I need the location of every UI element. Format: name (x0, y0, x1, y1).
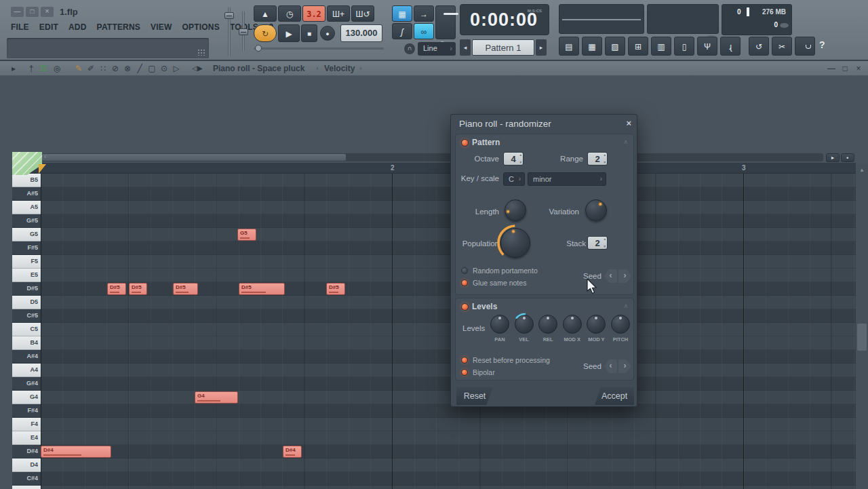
horizontal-scrollbar-thumb[interactable] (42, 154, 346, 161)
delete-tool-button[interactable]: ⊘ (110, 63, 121, 74)
pr-close-button[interactable]: × (853, 63, 864, 74)
levels-collapse-icon[interactable]: ∧ (623, 302, 628, 309)
stamp-button[interactable]: ◎ (52, 63, 62, 74)
knob-mod-x[interactable] (563, 315, 582, 334)
app-minimize-button[interactable]: — (11, 7, 24, 17)
piano-key-C#4[interactable]: C#4 (12, 472, 41, 486)
undo-button[interactable]: ↺ (749, 37, 769, 56)
glue-same-notes-label[interactable]: Glue same notes (473, 279, 526, 287)
pitch-slider-thumb[interactable] (239, 28, 248, 35)
knob-pitch[interactable] (611, 315, 630, 334)
app-maximize-button[interactable]: □ (26, 7, 39, 17)
note-D#4[interactable]: D#4 (283, 446, 302, 458)
levels-seed-prev-button[interactable]: ‹ (604, 359, 617, 373)
levels-section-led[interactable] (461, 303, 469, 311)
time-display[interactable]: 0:00:00 M:S:CS (460, 4, 549, 35)
pr-maximize-button[interactable]: □ (840, 63, 850, 74)
pattern-section-led[interactable] (461, 139, 469, 146)
master-volume-slider[interactable] (228, 7, 231, 57)
pattern-collapse-icon[interactable]: ∧ (623, 138, 628, 145)
reset-button[interactable]: Reset (456, 387, 493, 405)
piano-key-C#5[interactable]: C#5 (12, 309, 41, 323)
pattern-song-toggle[interactable]: ↻ (254, 24, 277, 42)
keyboard-strip[interactable] (254, 47, 384, 50)
typing-keyboard-button[interactable] (435, 5, 456, 39)
accept-button[interactable]: Accept (595, 387, 634, 405)
pattern-prev-button[interactable]: ◂ (460, 39, 471, 56)
piano-key-G#4[interactable]: G#4 (12, 377, 41, 391)
note-D#5[interactable]: D#5 (173, 283, 198, 295)
length-knob[interactable] (505, 199, 526, 221)
note-G5[interactable]: G5 (237, 229, 256, 241)
tempo-display[interactable]: 130.000 (340, 24, 382, 42)
piano-key-G5[interactable]: G5 (12, 228, 41, 241)
channel-rack-button[interactable]: ▦ (582, 37, 602, 56)
note-grid[interactable]: G5D#5D#5D#5D#5D#5G4D#4D#4 (41, 174, 856, 489)
help-button[interactable]: ? (819, 39, 825, 50)
piano-key-G4[interactable]: G4 (12, 391, 41, 404)
slide-notes-toggle[interactable]: ʃ (392, 23, 412, 39)
menu-add[interactable]: ADD (68, 22, 87, 32)
piano-key-D5[interactable]: D5 (12, 296, 41, 309)
piano-key-A#4[interactable]: A#4 (12, 350, 41, 364)
pattern-seed-prev-button[interactable]: ‹ (604, 269, 617, 283)
select-tool-button[interactable]: ▢ (146, 63, 157, 74)
keyboard-strip-handle[interactable] (255, 45, 262, 52)
piano-key-B5[interactable]: B5 (12, 174, 41, 187)
playlist-panel-button[interactable]: ▤ (559, 37, 579, 56)
scroll-up-button[interactable]: ▴ (856, 164, 868, 175)
bipolar-label[interactable]: Bipolar (473, 368, 495, 376)
reset-before-led[interactable] (461, 357, 468, 364)
note-D#4[interactable]: D#4 (41, 446, 111, 458)
note-D#5[interactable]: D#5 (107, 283, 126, 295)
step-edit-toggle[interactable]: ▦ (392, 5, 412, 22)
piano-key-D4[interactable]: D4 (12, 458, 41, 472)
piano-key-G#5[interactable]: G#5 (12, 214, 41, 228)
typing-to-piano-button[interactable]: → (414, 5, 434, 22)
stack-spinner[interactable]: 2 (587, 236, 608, 250)
mute-tool-button[interactable]: ⊗ (122, 63, 133, 74)
volume-slider-thumb[interactable] (224, 12, 234, 19)
random-portamento-label[interactable]: Random portamento (473, 267, 538, 275)
loop-recording-button[interactable]: Ш↺ (351, 5, 374, 22)
knob-rel[interactable] (538, 315, 557, 334)
dialog-close-button[interactable]: × (626, 118, 631, 128)
bipolar-led[interactable] (461, 369, 468, 376)
vertical-scrollbar-thumb[interactable] (857, 324, 867, 351)
paint-tool-button[interactable]: ✐ (85, 63, 96, 74)
blend-recording-button[interactable]: Ш+ (327, 5, 350, 22)
mixer-panel-button[interactable]: ▥ (651, 37, 671, 56)
piano-roll-menu-button[interactable]: ▸ (8, 63, 19, 74)
touch-controller-button[interactable]: ɻ (720, 37, 741, 56)
piano-key-D#4[interactable]: D#4 (12, 445, 41, 458)
key-dropdown[interactable]: C› (503, 172, 525, 186)
piano-key-F#5[interactable]: F#5 (12, 241, 41, 255)
note-D#5[interactable]: D#5 (326, 283, 345, 295)
population-knob[interactable] (500, 228, 530, 258)
stop-button[interactable]: ■ (301, 24, 317, 42)
paint-sequence-button[interactable]: ∷ (98, 63, 108, 74)
piano-key-B4[interactable]: B4 (12, 336, 41, 350)
countdown-button[interactable]: 3.2 (302, 5, 326, 22)
cue-arrows-button[interactable]: ◁▶ (189, 63, 206, 74)
app-close-button[interactable]: × (41, 7, 54, 17)
piano-key-A4[interactable]: A4 (12, 364, 41, 377)
knob-mod-y[interactable] (587, 315, 606, 334)
scroll-page-right-button[interactable]: ▸ (826, 153, 840, 162)
plugin-window-button[interactable]: ▯ (674, 37, 694, 56)
plugin-picker-button[interactable]: Ψ (697, 37, 717, 56)
metronome-button[interactable]: ▲ (254, 5, 277, 22)
piano-key-A#5[interactable]: A#5 (12, 187, 41, 201)
playhead-marker[interactable] (39, 164, 46, 174)
target-control-label[interactable]: Velocity (324, 64, 355, 73)
play-button[interactable]: ▶ (278, 24, 300, 42)
piano-key-E5[interactable]: E5 (12, 269, 41, 282)
range-spinner[interactable]: 2 (587, 152, 608, 165)
reset-before-label[interactable]: Reset before processing (473, 356, 550, 364)
slice-tool-button[interactable]: ╱ (134, 63, 145, 74)
snap-magnet-button[interactable]: Ω (38, 63, 49, 74)
wait-for-input-button[interactable]: ◷ (278, 5, 301, 22)
levels-seed-next-button[interactable]: › (618, 359, 631, 373)
scale-dropdown[interactable]: minor› (528, 172, 606, 186)
menu-view[interactable]: VIEW (151, 22, 172, 32)
